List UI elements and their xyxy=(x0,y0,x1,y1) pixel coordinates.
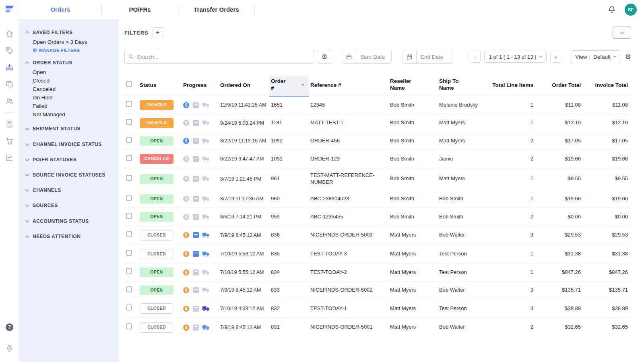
tab-po-frs[interactable]: PO/FRs xyxy=(102,4,178,15)
order-number-cell: 834 xyxy=(269,263,309,282)
tab-transfer-orders[interactable]: Transfer Orders xyxy=(178,4,255,15)
invoice-progress-icon: $ xyxy=(183,232,189,238)
column-header-invoice-total[interactable]: Invoice Total xyxy=(584,76,631,96)
sidebar-section-label: SOURCES xyxy=(33,202,58,209)
column-header-ordered-on[interactable]: Ordered On xyxy=(219,76,269,96)
reports-icon[interactable] xyxy=(0,149,19,166)
sidebar-section-header[interactable]: NEEDS ATTENTION xyxy=(26,231,113,242)
cart-icon[interactable] xyxy=(0,132,19,149)
shipment-progress-icon xyxy=(202,214,210,220)
column-header-order-total[interactable]: Order Total xyxy=(537,76,584,96)
user-avatar[interactable]: SF xyxy=(625,4,637,16)
order-row[interactable]: OPEN$7/9/19 8:45:12 AM833NICEFINDS-ORDER… xyxy=(124,281,631,299)
order-row[interactable]: CLOSED$7/9/19 8:45:12 AM836NICEFINDS-ORD… xyxy=(124,226,631,245)
order-row[interactable]: OPEN$8/22/19 11:13:16 AM1092ORDER-456Bob… xyxy=(124,132,631,150)
order-row[interactable]: ON HOLD$12/9/19 11:41:25 AM165112345Bob … xyxy=(124,96,631,114)
order-row[interactable]: CLOSED$7/10/19 5:58:12 AM835TEST-TODAY-3… xyxy=(124,245,631,263)
help-icon[interactable]: ? xyxy=(0,319,19,335)
pagination-dropdown[interactable]: 1 of 1 ( 1 - 13 of 13 ) xyxy=(484,51,547,63)
sidebar-section-header[interactable]: PO/FR STATUSES xyxy=(26,154,113,165)
row-checkbox[interactable] xyxy=(126,213,132,219)
tab-orders[interactable]: Orders xyxy=(19,4,102,15)
app-logo[interactable] xyxy=(0,0,19,19)
sidebar-filter-item[interactable]: Open xyxy=(26,68,113,76)
row-checkbox[interactable] xyxy=(126,286,132,292)
sidebar-filter-item[interactable]: Not Managed xyxy=(26,110,113,119)
column-header-reseller-name[interactable]: Reseller Name xyxy=(388,76,438,96)
rocket-icon[interactable] xyxy=(0,339,19,356)
customers-icon[interactable] xyxy=(0,93,19,109)
row-checkbox[interactable] xyxy=(126,155,132,161)
column-header-progress[interactable]: Progress xyxy=(182,76,219,96)
order-row[interactable]: CLOSED$7/9/19 8:45:12 AM831NICEFINDS-ORD… xyxy=(124,318,631,337)
column-header-reference[interactable]: Reference # xyxy=(309,76,388,96)
status-badge: CLOSED xyxy=(140,230,173,241)
chevron-down-icon xyxy=(25,142,29,146)
sidebar-section-label: SAVED FILTERS xyxy=(33,29,72,36)
start-date-calendar-icon[interactable] xyxy=(342,50,356,64)
row-checkbox[interactable] xyxy=(126,175,132,181)
view-selector[interactable]: View : Default xyxy=(570,50,621,63)
order-row[interactable]: OPEN$8/6/19 7:14:21 PM959ABC-1235455Bob … xyxy=(124,208,631,226)
row-checkbox[interactable] xyxy=(126,304,132,311)
row-checkbox[interactable] xyxy=(126,195,132,201)
order-row[interactable]: CANCELED$8/22/19 9:47:47 AM1091ORDER-123… xyxy=(124,150,631,168)
order-row[interactable]: OPEN$7/10/19 5:55:12 AM834TEST-TODAY-2Ma… xyxy=(124,263,631,282)
next-page-button[interactable]: › xyxy=(550,51,561,63)
sidebar-filter-item[interactable]: Canceled xyxy=(26,85,113,93)
row-checkbox[interactable] xyxy=(126,231,132,237)
chevron-up-icon xyxy=(25,31,29,35)
column-header-status[interactable]: Status xyxy=(138,76,182,96)
reference-cell: TEST-TODAY-1 xyxy=(309,299,388,318)
column-header-order-number[interactable]: Order # ▾ xyxy=(269,76,309,96)
sidebar-section-header[interactable]: ACCOUNTING STATUS xyxy=(26,216,113,226)
notifications-bell-icon[interactable] xyxy=(608,6,616,14)
view-settings-button[interactable]: ⚙ xyxy=(625,53,631,60)
order-row[interactable]: OPEN$8/7/19 1:21:45 PM961TEST-MATT-REFER… xyxy=(124,168,631,190)
row-checkbox[interactable] xyxy=(126,268,132,274)
row-checkbox[interactable] xyxy=(126,101,132,107)
end-date-calendar-icon[interactable] xyxy=(402,50,417,64)
collapse-panel-button[interactable] xyxy=(613,27,631,39)
accounting-icon[interactable] xyxy=(0,115,19,132)
sidebar-section-header[interactable]: SHIPMENT STATUS xyxy=(26,123,113,134)
start-date-input[interactable]: Start Date xyxy=(356,50,392,64)
order-row[interactable]: OPEN$8/7/19 11:17:36 AM960ABC-238904u23B… xyxy=(124,190,631,208)
sidebar-section-header[interactable]: CHANNELS xyxy=(26,185,113,195)
reference-cell: TEST-TODAY-3 xyxy=(309,245,388,263)
sidebar-filter-item[interactable]: Open Orders > 3 Days xyxy=(26,38,113,46)
sidebar-section-header[interactable]: SAVED FILTERS xyxy=(26,27,113,38)
line-items-cell: 3 xyxy=(487,299,537,318)
row-checkbox[interactable] xyxy=(126,250,132,256)
column-header-total-line-items[interactable]: Total Line Items xyxy=(487,76,537,96)
row-checkbox[interactable] xyxy=(126,119,132,125)
previous-page-button[interactable]: ‹ xyxy=(470,51,481,63)
gear-icon: ⚙ xyxy=(321,53,327,60)
invoice-total-cell: $19.66 xyxy=(584,150,631,168)
add-filter-button[interactable]: + xyxy=(153,27,163,38)
search-settings-button[interactable]: ⚙ xyxy=(317,50,332,64)
sidebar-section-header[interactable]: SOURCES xyxy=(26,200,113,211)
orders-inbox-icon[interactable] xyxy=(0,59,19,76)
sidebar-section-header[interactable]: ORDER STATUS xyxy=(26,58,113,68)
sidebar-section-header[interactable]: CHANNEL INVOICE STATUS xyxy=(26,139,113,150)
home-icon[interactable] xyxy=(0,25,19,42)
sort-descending-icon: ▾ xyxy=(301,82,304,87)
end-date-input[interactable]: End Date xyxy=(417,50,452,64)
search-input[interactable] xyxy=(124,50,314,64)
column-header-ship-to-name[interactable]: Ship To Name xyxy=(438,76,487,96)
channels-icon[interactable] xyxy=(0,76,19,93)
row-checkbox[interactable] xyxy=(126,137,132,143)
sidebar-filter-item[interactable]: Failed xyxy=(26,102,113,110)
line-items-cell: 1 xyxy=(487,168,537,190)
order-row[interactable]: CLOSED$7/10/19 4:33:12 AM832TEST-TODAY-1… xyxy=(124,299,631,318)
order-total-cell: $9.55 xyxy=(537,168,584,190)
tags-icon[interactable] xyxy=(0,42,19,59)
manage-filters-link[interactable]: ⚙MANAGE FILTERS xyxy=(33,48,113,53)
sidebar-filter-item[interactable]: Closed xyxy=(26,76,113,85)
sidebar-filter-item[interactable]: On Hold xyxy=(26,93,113,102)
order-row[interactable]: ON HOLD$9/24/19 5:03:24 PM1181MATT-TEST-… xyxy=(124,114,631,132)
select-all-checkbox[interactable] xyxy=(126,81,132,87)
row-checkbox[interactable] xyxy=(126,323,132,329)
sidebar-section-header[interactable]: SOURCE INVOICE STATUSES xyxy=(26,170,113,180)
